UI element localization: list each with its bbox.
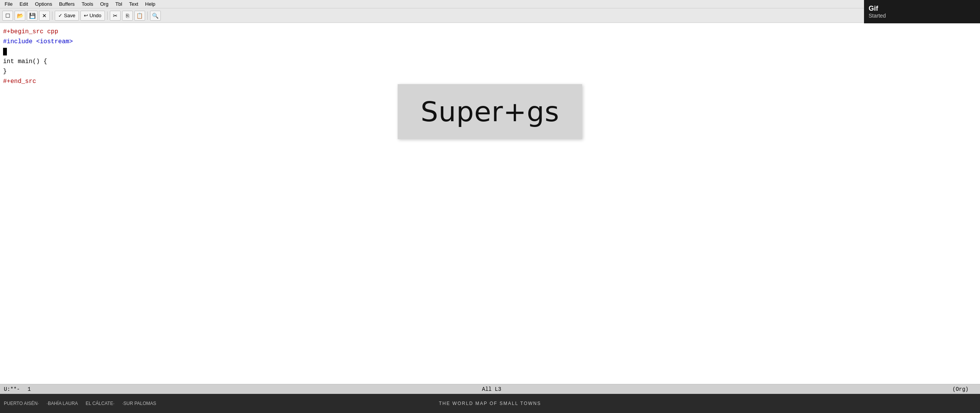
code-line-3 [3,47,977,57]
taskbar-world-map: THE WORLD MAP OF SMALL TOWNS [439,401,541,406]
toolbar: ☐ 📂 💾 ✕ ✓ Save ↩ Undo ✂ ⎘ 📋 🔍 [0,8,980,23]
search-icon: 🔍 [152,13,158,19]
gif-started-overlay: Gif Started [864,0,980,23]
status-line: 1 [28,386,38,392]
menu-tbl[interactable]: Tbl [112,0,125,8]
menu-tools[interactable]: Tools [78,0,96,8]
code-line-4: int main() { [3,57,977,67]
taskbar-item-3: EL CÁLCATE· [86,401,114,406]
key-overlay: Super+gs [398,84,582,139]
undo-button[interactable]: ↩ Undo [80,11,105,21]
new-file-icon: ☐ [5,13,10,19]
undo-icon: ↩ [84,13,88,18]
menu-org[interactable]: Org [97,0,111,8]
menu-file[interactable]: File [2,0,16,8]
close-buffer-button[interactable]: ✕ [39,11,50,21]
save-check-icon: ✓ [58,13,62,18]
paste-button[interactable]: 📋 [134,11,145,21]
save-label: Save [64,13,75,18]
code-line-2: #include <iostream> [3,37,977,47]
menu-edit[interactable]: Edit [16,0,31,8]
taskbar-item-1: PUERTO AISÉN· [4,401,39,406]
copy-button[interactable]: ⎘ [122,11,133,21]
save-disk-button[interactable]: 💾 [27,11,38,21]
status-position: All L3 [38,386,952,392]
menu-options[interactable]: Options [32,0,55,8]
code-content: #+begin_src cpp #include <iostream> int … [0,23,980,90]
status-mode: U:**- [4,386,28,392]
cut-icon: ✂ [113,13,118,19]
taskbar-item-2: ·BAHÍA LAURA [47,401,78,406]
cut-button[interactable]: ✂ [110,11,121,21]
gif-subtitle: Started [869,13,975,19]
close-x-icon: ✕ [42,13,47,19]
cursor [3,48,7,55]
taskbar: PUERTO AISÉN· ·BAHÍA LAURA EL CÁLCATE· ·… [0,394,980,413]
status-major-mode: (Org) [952,386,976,392]
undo-label: Undo [90,13,101,18]
separator-3 [147,11,148,20]
open-file-icon: 📂 [17,13,23,19]
open-file-button[interactable]: 📂 [15,11,25,21]
key-overlay-text: Super+gs [421,96,559,128]
new-file-button[interactable]: ☐ [2,11,13,21]
save-button[interactable]: ✓ Save [55,11,79,21]
menu-text[interactable]: Text [126,0,141,8]
paste-icon: 📋 [136,13,143,19]
menu-buffers[interactable]: Buffers [56,0,78,8]
menubar: File Edit Options Buffers Tools Org Tbl … [0,0,980,8]
menu-help[interactable]: Help [142,0,158,8]
copy-icon: ⎘ [126,13,129,19]
separator-1 [52,11,52,20]
code-line-5: } [3,67,977,76]
code-line-1: #+begin_src cpp [3,27,977,37]
taskbar-item-4: ·SUR PALOMAS [122,401,156,406]
editor[interactable]: #+begin_src cpp #include <iostream> int … [0,23,980,384]
separator-2 [107,11,108,20]
gif-title: Gif [869,5,975,13]
disk-icon: 💾 [29,13,36,19]
statusbar: U:**- 1 All L3 (Org) [0,384,980,394]
search-button[interactable]: 🔍 [150,11,161,21]
taskbar-content: PUERTO AISÉN· ·BAHÍA LAURA EL CÁLCATE· ·… [4,401,156,406]
